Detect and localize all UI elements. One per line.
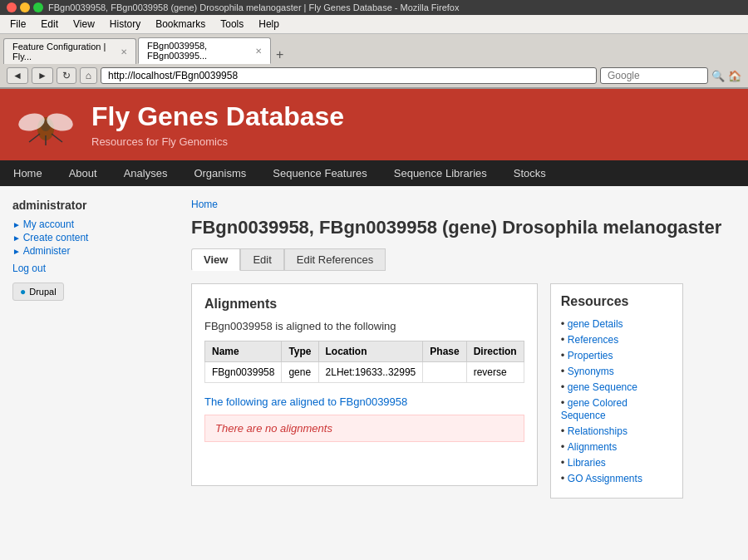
cell-type: gene bbox=[282, 362, 318, 383]
list-item: gene Colored Sequence bbox=[561, 396, 672, 421]
site-logo bbox=[17, 102, 75, 148]
reload-button[interactable]: ↻ bbox=[57, 67, 76, 84]
forward-button[interactable]: ► bbox=[32, 67, 53, 84]
content-tabs: View Edit Edit References bbox=[191, 248, 736, 271]
window-controls bbox=[7, 2, 43, 12]
drupal-badge[interactable]: ● Drupal bbox=[12, 282, 64, 301]
resource-link[interactable]: Properties bbox=[568, 350, 613, 361]
col-header-type: Type bbox=[282, 341, 318, 362]
menu-bar: File Edit View History Bookmarks Tools H… bbox=[0, 15, 748, 34]
no-alignments-notice: There are no alignments bbox=[204, 415, 524, 442]
cell-direction: reverse bbox=[466, 362, 524, 383]
resource-link[interactable]: Relationships bbox=[568, 425, 627, 437]
tab-edit-references[interactable]: Edit References bbox=[284, 248, 386, 271]
svg-line-6 bbox=[52, 134, 62, 142]
following-aligned-text: The following are aligned to FBgn0039958 bbox=[204, 395, 407, 408]
col-header-phase: Phase bbox=[423, 341, 466, 362]
sidebar-my-account[interactable]: My account bbox=[12, 219, 179, 230]
resource-link[interactable]: gene Sequence bbox=[568, 381, 637, 393]
nav-bar: ◄ ► ↻ ⌂ 🔍 🏠 bbox=[0, 64, 748, 88]
menu-edit[interactable]: Edit bbox=[34, 17, 65, 32]
nav-about[interactable]: About bbox=[56, 160, 111, 186]
tab-bar: Feature Configuration | Fly... ✕ FBgn003… bbox=[0, 34, 748, 64]
menu-tools[interactable]: Tools bbox=[214, 17, 250, 32]
site-header: Fly Genes Database Resources for Fly Gen… bbox=[0, 89, 748, 160]
resource-link[interactable]: Alignments bbox=[568, 441, 617, 453]
list-item: GO Assignments bbox=[561, 472, 672, 484]
no-alignments-text: There are no alignments bbox=[215, 422, 332, 435]
browser-tab-1[interactable]: Feature Configuration | Fly... ✕ bbox=[3, 38, 136, 64]
col-header-name: Name bbox=[205, 341, 282, 362]
list-item: Properties bbox=[561, 349, 672, 361]
browser-tab-2[interactable]: FBgn0039958, FBgn003995... ✕ bbox=[138, 37, 271, 64]
main-with-resources: Alignments FBgn0039958 is aligned to the… bbox=[191, 283, 736, 499]
alignments-table: Name Type Location Phase Direction FBgn0… bbox=[204, 341, 524, 383]
nav-home[interactable]: Home bbox=[0, 160, 56, 186]
window-title: FBgn0039958, FBgn0039958 (gene) Drosophi… bbox=[48, 2, 459, 12]
back-button[interactable]: ◄ bbox=[7, 67, 28, 84]
main-nav: Home About Analyses Organisms Sequence F… bbox=[0, 160, 748, 186]
resource-link[interactable]: GO Assignments bbox=[568, 473, 642, 484]
maximize-window-button[interactable] bbox=[33, 2, 43, 12]
menu-file[interactable]: File bbox=[3, 17, 32, 32]
resource-link[interactable]: Synonyms bbox=[568, 366, 614, 377]
resource-link[interactable]: Libraries bbox=[568, 457, 606, 469]
tab-1-close[interactable]: ✕ bbox=[121, 47, 127, 56]
nav-analyses[interactable]: Analyses bbox=[111, 160, 181, 186]
resource-link[interactable]: gene Details bbox=[568, 318, 623, 330]
home-icon[interactable]: 🏠 bbox=[728, 70, 741, 82]
home-button[interactable]: ⌂ bbox=[80, 67, 97, 84]
search-icon: 🔍 bbox=[711, 70, 725, 82]
col-header-direction: Direction bbox=[466, 341, 524, 362]
list-item: Libraries bbox=[561, 456, 672, 469]
drupal-label: Drupal bbox=[29, 287, 56, 297]
list-item: gene Details bbox=[561, 317, 672, 330]
sidebar-create-content[interactable]: Create content bbox=[12, 232, 179, 243]
tab-view[interactable]: View bbox=[191, 248, 240, 271]
site-title: Fly Genes Database bbox=[91, 101, 344, 132]
tab-1-label: Feature Configuration | Fly... bbox=[12, 42, 117, 61]
menu-help[interactable]: Help bbox=[252, 17, 286, 32]
url-bar[interactable] bbox=[101, 67, 597, 84]
new-tab-button[interactable]: + bbox=[273, 46, 287, 64]
nav-organisms[interactable]: Organisms bbox=[180, 160, 259, 186]
nav-sequence-libraries[interactable]: Sequence Libraries bbox=[381, 160, 500, 186]
main-center: Home FBgn0039958, FBgn0039958 (gene) Dro… bbox=[191, 199, 736, 556]
list-item: Alignments bbox=[561, 440, 672, 453]
svg-line-4 bbox=[29, 134, 40, 142]
close-window-button[interactable] bbox=[7, 2, 17, 12]
list-item: gene Sequence bbox=[561, 381, 672, 393]
menu-view[interactable]: View bbox=[66, 17, 101, 32]
sidebar-administer[interactable]: Administer bbox=[12, 245, 179, 257]
tab-edit[interactable]: Edit bbox=[240, 248, 283, 271]
minimize-window-button[interactable] bbox=[20, 2, 30, 12]
resource-link[interactable]: References bbox=[568, 334, 618, 346]
resource-link[interactable]: gene Colored Sequence bbox=[561, 397, 627, 421]
cell-phase bbox=[423, 362, 466, 383]
breadcrumb-home[interactable]: Home bbox=[191, 199, 218, 210]
site-subtitle: Resources for Fly Genomics bbox=[91, 135, 344, 148]
menu-bookmarks[interactable]: Bookmarks bbox=[149, 17, 212, 32]
search-bar[interactable] bbox=[600, 67, 708, 84]
list-item: Relationships bbox=[561, 425, 672, 437]
sidebar-username: administrator bbox=[12, 199, 179, 212]
cell-location: 2LHet:19633..32995 bbox=[318, 362, 423, 383]
browser-chrome: FBgn0039958, FBgn0039958 (gene) Drosophi… bbox=[0, 0, 748, 89]
cell-name: FBgn0039958 bbox=[205, 362, 282, 383]
logout-link[interactable]: Log out bbox=[12, 263, 46, 274]
nav-sequence-features[interactable]: Sequence Features bbox=[259, 160, 380, 186]
resources-panel: Resources gene DetailsReferencesProperti… bbox=[550, 283, 683, 499]
alignments-box: Alignments FBgn0039958 is aligned to the… bbox=[191, 283, 538, 486]
col-header-location: Location bbox=[318, 341, 423, 362]
alignments-section-title: Alignments bbox=[204, 297, 524, 312]
sidebar-logout: Log out bbox=[12, 262, 179, 274]
tab-2-close[interactable]: ✕ bbox=[255, 47, 262, 56]
page: Fly Genes Database Resources for Fly Gen… bbox=[0, 89, 748, 560]
menu-history[interactable]: History bbox=[103, 17, 147, 32]
title-bar: FBgn0039958, FBgn0039958 (gene) Drosophi… bbox=[0, 0, 748, 15]
drupal-icon: ● bbox=[20, 286, 26, 297]
nav-stocks[interactable]: Stocks bbox=[500, 160, 559, 186]
tab-2-label: FBgn0039958, FBgn003995... bbox=[147, 41, 252, 61]
aligned-to-text: FBgn0039958 is aligned to the following bbox=[204, 320, 524, 332]
resources-title: Resources bbox=[561, 294, 672, 309]
